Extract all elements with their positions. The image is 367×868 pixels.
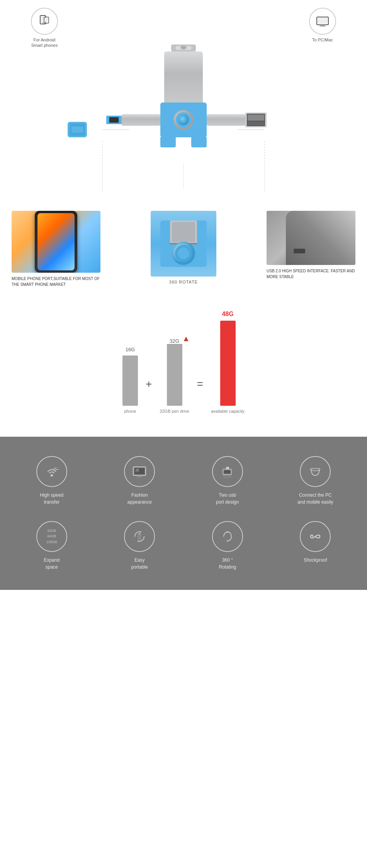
svg-rect-18 [164,51,203,106]
feature-connect-label: Connect the PC and mobile easily [297,492,333,506]
svg-rect-31 [248,114,264,121]
feature-rotating: 360 ° Rotating [187,521,268,571]
phone-section: MOBILE PHONE PORT,SUITABLE FOR MOST OF T… [12,211,100,287]
portable-icon [132,529,147,544]
usb-dual-icon [220,464,235,479]
usb-main-svg: BIYETIMI [48,41,319,203]
android-icon [37,14,52,29]
feature-rotating-label: 360 ° Rotating [219,557,236,571]
svg-rect-6 [318,18,328,24]
svg-rect-60 [138,535,141,540]
two-usb-icon-circle [212,456,243,487]
feature-fashion: Fashion appearance [100,456,180,506]
feature-high-speed-label: High speed transfer [40,492,63,506]
shockproof-icon-circle [300,521,331,552]
laptop-corner [286,211,355,265]
feature-expand: 32GB64GB128GB Expand space [12,521,92,571]
laptop-usb-slot [294,249,305,253]
capacity-arrow: ▲ [182,334,190,343]
feature-two-usb-label: Two usb port design [216,492,239,506]
svg-rect-40 [172,222,195,242]
svg-point-44 [178,248,189,259]
phone-cap-bottom: phone [124,409,136,413]
svg-rect-37 [71,126,83,133]
svg-line-47 [55,469,59,470]
rotating-icon-circle [212,521,243,552]
feature-high-speed: High speed transfer [12,456,92,506]
svg-rect-7 [320,25,325,26]
svg-point-2 [42,22,43,23]
product-section: For Android Smart phones To PC/Mac [0,0,367,295]
svg-point-23 [178,114,189,125]
phone-caption: MOBILE PHONE PORT,SUITABLE FOR MOST OF T… [12,276,100,287]
svg-rect-24 [122,114,160,126]
capacity-result: 48G available capacity [211,311,245,413]
laptop-section: USB 2.0 HIGH SPEED INTERFACE. FASTER AND… [267,211,355,280]
capacity-section: 16G phone + 32G ▲ 32GB pen drive = 48G a… [0,295,367,437]
svg-point-17 [182,46,185,49]
connect-icon-circle [300,456,331,487]
svg-rect-34 [191,137,207,147]
feature-connect: Connect the PC and mobile easily [275,456,356,506]
connect-icon [308,464,323,479]
svg-rect-50 [138,475,141,477]
capacity-phone: 16G phone [122,347,138,413]
rotate-section: 360 ROTATE [112,211,255,284]
svg-rect-4 [45,18,48,22]
pc-icon [315,14,330,29]
feature-portable-label: Easy portable [131,557,148,571]
rotate-usb-svg [153,213,214,275]
fashion-icon-circle [124,456,155,487]
shockproof-icon [308,529,323,544]
display-icon [132,464,147,479]
svg-rect-32 [248,121,264,125]
rotating-icon [220,529,235,544]
result-cap-bottom: available capacity [211,409,245,413]
svg-rect-56 [226,467,229,469]
feature-shockproof: Shockproof [275,521,356,571]
rotate-label: 360 ROTATE [169,280,198,284]
svg-rect-61 [138,533,141,535]
high-speed-icon-circle [36,456,67,487]
usb-drive-diagram: BIYETIMI [0,41,367,203]
svg-rect-28 [207,114,245,126]
equals-operator: = [189,378,211,390]
svg-point-53 [138,469,139,470]
feature-two-usb: Two usb port design [187,456,268,506]
features-grid: High speed transfer Fashion appearance [12,456,355,571]
feature-portable: Easy portable [100,521,180,571]
pc-icon-circle [309,8,336,35]
phone-cap-bar [122,355,138,406]
wifi-speed-icon [44,464,59,479]
phone-screen [37,213,75,270]
capacity-pendrive: 32G ▲ 32GB pen drive [160,338,189,413]
phone-mockup [35,211,77,273]
result-cap-label: 48G [222,311,233,318]
features-section: High speed transfer Fashion appearance [0,437,367,590]
svg-line-46 [53,468,56,469]
feature-fashion-label: Fashion appearance [127,492,152,506]
rotate-image [151,211,216,277]
svg-rect-27 [109,117,119,123]
expand-icon-circle: 32GB64GB128GB [36,521,67,552]
bottom-content-row: MOBILE PHONE PORT,SUITABLE FOR MOST OF T… [0,203,367,295]
feature-shockproof-label: Shockproof [304,557,327,564]
feature-expand-label: Expand space [44,557,59,571]
phone-cap-label: 16G [126,347,135,352]
svg-rect-59 [313,470,317,472]
laptop-caption: USB 2.0 HIGH SPEED INTERFACE. FASTER AND… [267,268,355,280]
svg-rect-8 [319,26,326,27]
phone-photo [12,211,100,273]
pendrive-cap-label: 32G [170,338,179,344]
laptop-photo [267,211,355,265]
pendrive-cap-bar [167,344,182,406]
svg-rect-55 [224,470,230,473]
pc-label: To PC/Mac [309,8,336,43]
storage-text: 32GB64GB128GB [46,528,57,545]
svg-rect-33 [160,137,176,147]
portable-icon-circle [124,521,155,552]
result-cap-bar [220,321,236,406]
svg-rect-57 [224,475,231,477]
pendrive-cap-bottom: 32GB pen drive [160,409,189,413]
svg-rect-51 [136,477,143,477]
